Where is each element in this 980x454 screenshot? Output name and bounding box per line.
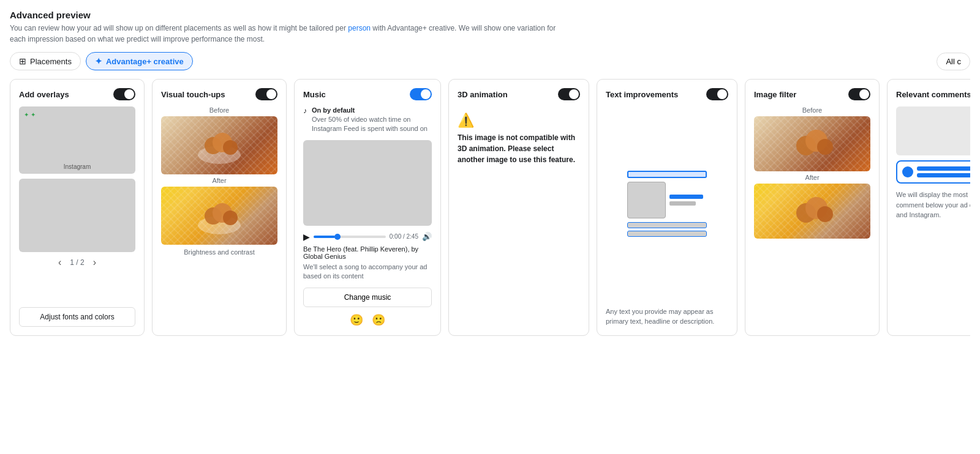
adjust-fonts-button[interactable]: Adjust fonts and colors — [19, 307, 135, 327]
ba-caption: Brightness and contrast — [161, 248, 277, 256]
before-label-filter: Before — [754, 106, 870, 114]
tab-advantage[interactable]: ✦ Advantage+ creative — [86, 52, 193, 70]
all-button[interactable]: All c — [937, 53, 970, 70]
advantage-label: Advantage+ creative — [106, 57, 184, 66]
warning-icon: ⚠️ — [458, 113, 474, 128]
ui-line-1 — [669, 195, 703, 199]
svg-point-13 — [817, 206, 833, 222]
ui-line-2 — [669, 201, 696, 206]
ui-main-row — [627, 182, 707, 218]
overlays-toggle[interactable] — [113, 88, 135, 100]
relevant-comments-title: Relevant comments — [896, 90, 970, 99]
nav-row: ‹ 1 / 2 › — [19, 257, 135, 268]
thumbs-down-icon[interactable]: 🙁 — [372, 313, 385, 327]
overlay-preview-top: ✦ ✦ Instagram — [19, 106, 135, 174]
instagram-label: Instagram — [64, 163, 91, 170]
placements-icon: ⊞ — [19, 56, 26, 66]
fruit-placeholder-after — [161, 187, 277, 245]
ui-bar-bottom2 — [627, 231, 707, 237]
svg-point-3 — [223, 140, 238, 155]
card-header-overlays: Add overlays — [19, 88, 135, 100]
fruit-filter-before — [754, 116, 870, 171]
relevant-desc: We will display the most relevant commen… — [896, 190, 970, 220]
music-toggle[interactable] — [410, 88, 432, 100]
fruit-filter-after — [754, 184, 870, 239]
warning-text: This image is not compatible with 3D ani… — [458, 132, 580, 165]
comment-line-2 — [917, 173, 970, 177]
card-image-filter: Image filter Before After — [745, 79, 880, 336]
comment-text-lines — [917, 166, 970, 177]
next-arrow[interactable]: › — [93, 257, 96, 268]
card-text-improvements: Text improvements — [597, 79, 737, 336]
text-toggle[interactable] — [706, 88, 728, 100]
card-header-music: Music — [303, 88, 432, 100]
change-music-button[interactable]: Change music — [303, 288, 432, 307]
card-visual-touchups: Visual touch-ups Before After — [152, 79, 287, 336]
music-title: Music — [303, 90, 326, 99]
before-image — [161, 116, 277, 174]
song-desc: We'll select a song to accompany your ad… — [303, 262, 432, 281]
ui-bar-bottom1 — [627, 222, 707, 228]
card-3d-animation: 3D animation ⚠️ This image is not compat… — [448, 79, 589, 336]
card-header-comments: Relevant comments — [896, 88, 970, 100]
before-label-touchups: Before — [161, 106, 277, 114]
song-title: Be The Hero (feat. Phillip Keveren), by … — [303, 245, 432, 260]
after-image — [161, 187, 277, 245]
image-filter-title: Image filter — [754, 90, 796, 99]
ui-content-box — [627, 182, 666, 218]
header-description: You can review how your ad will show up … — [10, 23, 561, 45]
progress-fill — [314, 236, 335, 238]
cards-row: Add overlays ✦ ✦ Instagram ‹ 1 / 2 › Adj… — [10, 79, 970, 346]
3d-title: 3D animation — [458, 90, 508, 99]
music-video-preview — [303, 140, 432, 226]
fruit-filter-before-svg — [785, 121, 840, 167]
comment-bubble — [896, 160, 970, 184]
fruit-placeholder — [161, 116, 277, 174]
nav-page: 1 / 2 — [70, 258, 84, 267]
tab-bar: ⊞ Placements ✦ Advantage+ creative All c — [10, 52, 970, 70]
comment-avatar — [902, 166, 913, 177]
comment-line-1 — [917, 166, 970, 171]
ui-mockup — [627, 171, 707, 237]
overlay-preview-bottom — [19, 179, 135, 252]
text-improvements-title: Text improvements — [606, 90, 678, 99]
person-link[interactable]: person — [348, 24, 371, 32]
play-button[interactable]: ▶ — [303, 232, 310, 242]
3d-toggle[interactable] — [558, 88, 580, 100]
touchups-title: Visual touch-ups — [161, 90, 225, 99]
header-desc-text1: You can review how your ad will show up … — [10, 24, 348, 32]
page-title: Advanced preview — [10, 10, 970, 20]
overlays-title: Add overlays — [19, 90, 69, 99]
comment-preview-image — [896, 106, 970, 155]
text-improvements-desc: Any text you provide may appear as prima… — [606, 307, 728, 327]
on-by-default-label: On by default — [312, 106, 432, 114]
card-music: Music ♪ On by default Over 50% of video … — [294, 79, 441, 336]
filter-before-image — [754, 116, 870, 171]
feedback-icons: 🙂 🙁 — [303, 313, 432, 327]
time-display: 0:00 / 2:45 — [390, 233, 418, 240]
advantage-icon: ✦ — [95, 56, 102, 66]
header: Advanced preview You can review how your… — [10, 10, 970, 45]
thumbs-up-icon[interactable]: 🙂 — [350, 313, 363, 327]
fruit-svg-before — [195, 124, 244, 167]
tab-placements[interactable]: ⊞ Placements — [10, 52, 81, 70]
touchups-toggle[interactable] — [255, 88, 277, 100]
green-corner-icon: ✦ ✦ — [24, 111, 36, 118]
on-by-default-row: ♪ On by default Over 50% of video watch … — [303, 106, 432, 139]
on-by-default-block: On by default Over 50% of video watch ti… — [312, 106, 432, 139]
ui-text-lines — [669, 182, 707, 218]
filter-toggle[interactable] — [848, 88, 870, 100]
filter-after-image — [754, 184, 870, 239]
volume-icon[interactable]: 🔊 — [422, 232, 432, 241]
fruit-svg-after — [195, 195, 244, 237]
card-header-touchups: Visual touch-ups — [161, 88, 277, 100]
on-by-default-desc: Over 50% of video watch time on Instagra… — [312, 115, 432, 134]
prev-arrow[interactable]: ‹ — [58, 257, 61, 268]
ui-bar-top — [627, 171, 707, 178]
svg-point-10 — [817, 139, 833, 155]
svg-point-7 — [223, 210, 238, 225]
progress-bar[interactable] — [314, 236, 386, 238]
card-header-3d: 3D animation — [458, 88, 580, 100]
warning-bold: This image is not compatible with 3D ani… — [458, 133, 575, 164]
warning-box: ⚠️ This image is not compatible with 3D … — [458, 106, 580, 171]
